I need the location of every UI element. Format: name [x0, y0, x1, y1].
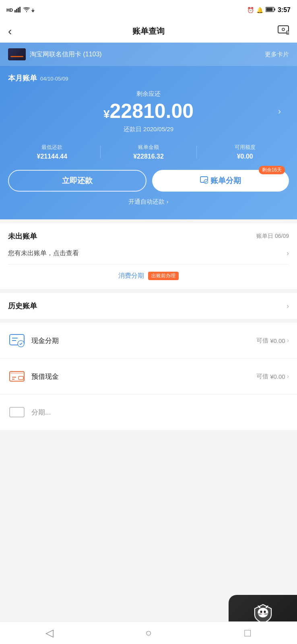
history-arrow-icon: ›: [287, 302, 289, 310]
pending-section: 未出账单 账单日 06/09 您有未出账单，点击查看 › 消费分期 出账前办理: [0, 223, 297, 289]
auto-repay-text: 开通自动还款 ›: [128, 198, 168, 206]
battery-icon: [266, 7, 275, 13]
status-bar: HD ⏚ ⏰ 🔔: [0, 0, 297, 20]
card-thumbnail: [8, 48, 26, 60]
card-thumbnail-stripe: [10, 56, 23, 57]
cash-installment-right-label: 可借: [256, 337, 268, 345]
more-cards-button[interactable]: 更多卡片: [265, 51, 289, 58]
amount-section: 剩余应还 ¥22810.00 › 还款日 2020/05/29: [0, 86, 297, 136]
time-display: 3:57: [278, 6, 291, 14]
bell-icon: 🔔: [256, 7, 263, 13]
svg-point-8: [282, 28, 285, 31]
advance-cash-right-label: 可借: [256, 373, 268, 380]
svg-rect-0: [14, 10, 16, 12]
svg-rect-1: [16, 9, 17, 12]
pending-link-text: 您有未出账单，点击查看: [8, 249, 79, 258]
stat-bill-label: 账单金额: [101, 144, 197, 151]
installment-label: 账单分期: [210, 175, 241, 186]
wifi-icon: [23, 7, 30, 13]
history-title: 历史账单: [8, 301, 37, 311]
history-section[interactable]: 历史账单 ›: [0, 293, 297, 319]
stat-available: 可用额度 ¥0.00: [197, 144, 293, 160]
amount-row: ¥22810.00 ›: [8, 100, 289, 122]
amount-currency: ¥: [103, 108, 110, 120]
other-feature-label: 分期...: [31, 408, 289, 417]
stat-bill-amount: 账单金额 ¥22816.32: [101, 144, 197, 160]
card-selector[interactable]: 淘宝网联名信用卡 (1103) 更多卡片: [0, 43, 297, 66]
pending-link[interactable]: 您有未出账单，点击查看 ›: [8, 247, 289, 264]
pending-date: 账单日 06/09: [256, 233, 289, 240]
svg-line-32: [264, 615, 268, 615]
nav-home-button[interactable]: ○: [99, 627, 198, 639]
page-header: ‹ 账单查询: [0, 20, 297, 43]
card-thumbnail-inner: [8, 48, 26, 60]
status-left: HD ⏚: [6, 7, 34, 14]
cash-installment-icon: [8, 332, 26, 349]
svg-rect-6: [274, 8, 275, 10]
nav-bar: ◁ ○ □: [0, 621, 297, 644]
svg-rect-21: [19, 376, 23, 380]
nav-back-button[interactable]: ◁: [0, 627, 99, 639]
pending-link-arrow-icon: ›: [287, 249, 289, 258]
amount-number: 22810.00: [110, 100, 194, 122]
status-right: ⏰ 🔔 3:57: [247, 6, 291, 14]
due-date: 还款日 2020/05/29: [8, 126, 289, 133]
svg-rect-2: [18, 8, 19, 12]
card-info: 淘宝网联名信用卡 (1103): [8, 48, 102, 60]
advance-cash-label: 预借现金: [31, 372, 256, 381]
back-button[interactable]: ‹: [8, 25, 12, 38]
card-name: 淘宝网联名信用卡 (1103): [30, 50, 102, 59]
svg-rect-3: [19, 7, 21, 12]
stat-min-label: 最低还款: [4, 144, 100, 151]
amount-arrow-icon[interactable]: ›: [278, 106, 281, 117]
svg-point-27: [264, 611, 266, 613]
stat-min-value: ¥21144.44: [4, 153, 100, 160]
svg-rect-22: [10, 407, 24, 417]
svg-rect-18: [10, 372, 23, 374]
stats-row: 最低还款 ¥21144.44 账单金额 ¥22816.32 可用额度 ¥0.00: [0, 136, 297, 164]
svg-point-25: [258, 608, 268, 617]
advance-cash-arrow-icon: ›: [287, 373, 289, 380]
advance-cash-right-value: ¥0.00: [270, 373, 285, 380]
repay-now-button[interactable]: 立即还款: [8, 170, 146, 192]
consumer-installment-link[interactable]: 消费分期: [118, 272, 144, 280]
cash-installment-item[interactable]: 现金分期 可借 ¥0.00 ›: [0, 323, 297, 359]
page-title: 账单查询: [132, 26, 165, 37]
cash-installment-right: 可借 ¥0.00 ›: [256, 337, 289, 345]
stat-bill-value: ¥22816.32: [101, 153, 197, 160]
bill-header: 本月账单 04/10-05/09: [0, 66, 297, 86]
advance-cash-icon: [8, 367, 26, 385]
settings-icon[interactable]: [278, 25, 289, 37]
nav-menu-button[interactable]: □: [198, 627, 297, 639]
feature-section: 现金分期 可借 ¥0.00 › 预借现金 可借 ¥0.00 ›: [0, 323, 297, 430]
stat-avail-value: ¥0.00: [197, 153, 293, 160]
installment-icon: [200, 176, 208, 186]
consumer-badge: 出账前办理: [148, 272, 179, 280]
pending-header: 未出账单 账单日 06/09: [8, 231, 289, 241]
buttons-row: 立即还款 剩余16天 账单分期: [0, 164, 297, 196]
auto-repay-link[interactable]: 开通自动还款 ›: [0, 196, 297, 207]
installment-wrapper: 剩余16天 账单分期: [152, 170, 289, 192]
amount-value: ¥22810.00: [103, 100, 194, 122]
consumer-installment: 消费分期 出账前办理: [8, 264, 289, 282]
alarm-icon: ⏰: [247, 7, 254, 13]
stat-avail-label: 可用额度: [197, 144, 293, 151]
card-section: 淘宝网联名信用卡 (1103) 更多卡片 本月账单 04/10-05/09 剩余…: [0, 43, 297, 219]
pending-title: 未出账单: [8, 231, 37, 241]
hd-icon: HD: [6, 8, 13, 12]
signal-icon: [14, 7, 22, 14]
svg-point-10: [287, 32, 289, 33]
usb-icon: ⏚: [31, 7, 34, 13]
svg-line-30: [258, 615, 262, 615]
other-feature-icon: [8, 403, 26, 421]
svg-point-26: [260, 611, 262, 613]
cash-installment-right-value: ¥0.00: [270, 337, 285, 344]
other-feature-item[interactable]: 分期...: [0, 394, 297, 430]
bill-period: 04/10-05/09: [40, 76, 68, 82]
advance-cash-right: 可借 ¥0.00 ›: [256, 373, 289, 380]
installment-badge: 剩余16天: [259, 166, 285, 174]
cash-installment-label: 现金分期: [31, 336, 256, 345]
advance-cash-item[interactable]: 预借现金 可借 ¥0.00 ›: [0, 359, 297, 394]
stat-min-repay: 最低还款 ¥21144.44: [4, 144, 100, 160]
cash-installment-arrow-icon: ›: [287, 337, 289, 344]
